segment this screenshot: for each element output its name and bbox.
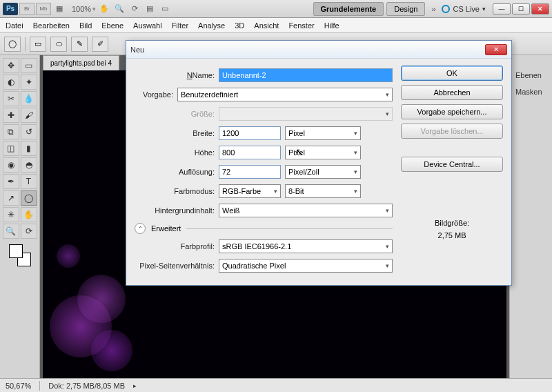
move-tool[interactable]: ✥ — [3, 58, 19, 73]
menu-datei[interactable]: Datei — [6, 21, 23, 30]
size-combo — [219, 107, 393, 121]
menu-bearbeiten[interactable]: Bearbeiten — [33, 21, 70, 30]
menu-3d[interactable]: 3D — [235, 21, 244, 30]
shape-tool[interactable]: ◯ — [21, 190, 37, 206]
bridge-button[interactable]: Br — [19, 3, 34, 15]
status-bar: 50,67% Dok: 2,75 MB/8,05 MB ▸ — [0, 378, 552, 392]
menu-bild[interactable]: Bild — [79, 21, 92, 30]
delete-preset-button: Vorgabe löschen... — [401, 124, 503, 139]
rotate-icon[interactable]: ⟳ — [128, 3, 141, 15]
preset-combo[interactable]: Benutzerdefiniert — [177, 88, 393, 101]
menu-bar: Datei Bearbeiten Bild Ebene Auswahl Filt… — [0, 18, 552, 33]
name-field[interactable] — [219, 68, 393, 82]
crop-tool[interactable]: ✂ — [3, 91, 19, 106]
colormode-combo[interactable]: RGB-Farbe — [219, 184, 281, 198]
height-unit-combo[interactable]: Pixel — [285, 146, 361, 159]
colorprofile-label: Farbprofil: — [135, 242, 215, 251]
workspace-design[interactable]: Design — [386, 2, 425, 16]
history-brush-tool[interactable]: ↺ — [21, 124, 37, 139]
tool-palette: ✥▭ ◐✦ ✂💧 ✚🖌 ⧉↺ ◫▮ ◉◓ ✒T ↗◯ ✳✋ 🔍⟳ — [0, 55, 40, 378]
panel-layers[interactable]: Ebenen — [510, 69, 547, 81]
cslive-icon — [442, 5, 450, 13]
menu-filter[interactable]: Filter — [172, 21, 188, 30]
marquee-tool[interactable]: ▭ — [21, 58, 37, 73]
status-doc-size[interactable]: Dok: 2,75 MB/8,05 MB — [48, 382, 125, 390]
blur-tool[interactable]: ◉ — [3, 157, 19, 173]
maximize-button[interactable]: ☐ — [512, 3, 530, 14]
imagesize-label: Bildgröße: — [401, 217, 503, 230]
arrange-icon[interactable]: ▤ — [143, 3, 157, 15]
photoshop-logo: Ps — [3, 3, 18, 15]
dialog-titlebar[interactable]: Neu ✕ — [126, 41, 511, 59]
device-central-button[interactable]: Device Central... — [401, 157, 503, 172]
status-zoom[interactable]: 50,67% — [6, 382, 31, 390]
close-window-button[interactable]: ✕ — [531, 3, 549, 14]
type-tool[interactable]: T — [21, 174, 37, 189]
menu-ansicht[interactable]: Ansicht — [254, 21, 279, 30]
colormode-label: Farbmodus: — [135, 187, 215, 195]
bgcontent-combo[interactable]: Weiß — [219, 204, 393, 217]
minimize-button[interactable]: — — [493, 3, 511, 14]
eyedropper-tool[interactable]: 💧 — [21, 91, 37, 106]
eraser-tool[interactable]: ◫ — [3, 141, 19, 156]
hand-icon[interactable]: ✋ — [97, 3, 111, 15]
menu-hilfe[interactable]: Hilfe — [324, 21, 339, 30]
right-panel-dock: Ebenen Masken — [509, 55, 552, 378]
3d-tool[interactable]: ✳ — [3, 207, 19, 222]
dialog-title: Neu — [130, 46, 485, 54]
rotate-view-tool[interactable]: ⟳ — [21, 224, 37, 239]
height-label: Höhe: — [135, 148, 215, 157]
option-shape-icon[interactable]: ⬭ — [50, 37, 67, 52]
width-field[interactable] — [219, 126, 281, 140]
size-label: Größe: — [135, 110, 215, 118]
pixelaspect-combo[interactable]: Quadratische Pixel — [219, 259, 393, 273]
hand-tool[interactable]: ✋ — [21, 207, 37, 222]
preset-label: Vorgabe: — [135, 90, 173, 99]
brush-tool[interactable]: 🖌 — [21, 108, 37, 123]
lasso-tool[interactable]: ◐ — [3, 75, 19, 90]
zoom-tool[interactable]: 🔍 — [3, 224, 19, 239]
panel-masks[interactable]: Masken — [510, 86, 548, 98]
screen-icon[interactable]: ▭ — [158, 3, 172, 15]
menu-analyse[interactable]: Analyse — [198, 21, 225, 30]
document-tab[interactable]: partylights.psd bei 4 — [43, 55, 119, 70]
bitdepth-combo[interactable]: 8-Bit — [285, 184, 361, 198]
height-field[interactable] — [219, 146, 281, 159]
width-unit-combo[interactable]: Pixel — [285, 126, 361, 140]
cslive-menu[interactable]: CS Live ▾ — [442, 5, 486, 13]
minibridge-button[interactable]: Mb — [36, 3, 51, 15]
bgcontent-label: Hintergrundinhalt: — [135, 206, 215, 215]
stamp-tool[interactable]: ⧉ — [3, 124, 19, 139]
pen-tool[interactable]: ✒ — [3, 174, 19, 189]
dodge-tool[interactable]: ◓ — [21, 157, 37, 173]
menu-ebene[interactable]: Ebene — [101, 21, 124, 30]
imagesize-value: 2,75 MB — [401, 230, 503, 242]
menu-auswahl[interactable]: Auswahl — [133, 21, 162, 30]
resolution-unit-combo[interactable]: Pixel/Zoll — [285, 165, 361, 179]
menu-fenster[interactable]: Fenster — [288, 21, 314, 30]
gradient-tool[interactable]: ▮ — [21, 141, 37, 156]
app-zoom-label: 100% — [72, 5, 91, 13]
color-swatches[interactable] — [9, 244, 31, 266]
width-label: Breite: — [135, 129, 215, 137]
option-brush-icon[interactable]: ✐ — [92, 37, 108, 52]
dialog-close-button[interactable]: ✕ — [485, 44, 507, 55]
more-workspaces-icon[interactable]: » — [426, 3, 440, 15]
foreground-color[interactable] — [9, 244, 23, 258]
app-title-bar: Ps Br Mb ▦ 100% ▾ ✋ 🔍 ⟳ ▤ ▭ Grundelement… — [0, 0, 552, 18]
colorprofile-combo[interactable]: sRGB IEC61966-2.1 — [219, 239, 393, 253]
resolution-field[interactable] — [219, 165, 281, 179]
ok-button[interactable]: OK — [401, 66, 503, 81]
option-pen-icon[interactable]: ✎ — [71, 37, 88, 52]
current-tool-indicator[interactable]: ◯ — [4, 37, 21, 52]
path-tool[interactable]: ↗ — [3, 190, 19, 206]
wand-tool[interactable]: ✦ — [21, 75, 37, 90]
zoom-icon[interactable]: 🔍 — [112, 3, 126, 15]
workspace-essentials[interactable]: Grundelemente — [313, 2, 384, 16]
advanced-toggle[interactable]: ⌃ — [135, 223, 146, 234]
cancel-button[interactable]: Abbrechen — [401, 85, 503, 100]
save-preset-button[interactable]: Vorgabe speichern... — [401, 104, 503, 119]
heal-tool[interactable]: ✚ — [3, 108, 19, 123]
screen-mode-icon[interactable]: ▦ — [52, 3, 66, 15]
option-bounds-icon[interactable]: ▭ — [30, 37, 46, 52]
